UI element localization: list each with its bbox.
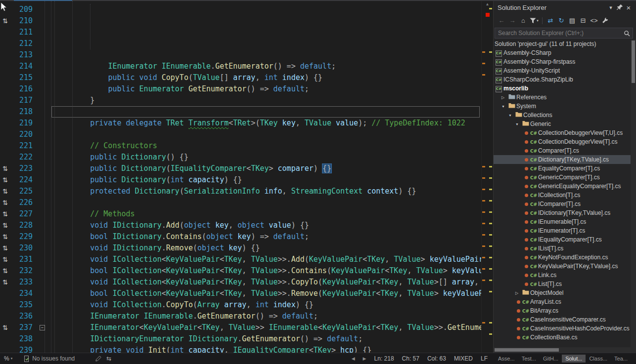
column-indicator[interactable]: Col: 63 <box>427 355 446 362</box>
tool-window-tab-solut[interactable]: Solut... <box>562 355 586 363</box>
issues-indicator[interactable]: No issues found <box>24 355 75 362</box>
search-input[interactable] <box>495 28 633 39</box>
code-line-233[interactable]: IDictionaryEnumerator IDictionary.GetEnu… <box>54 333 481 345</box>
tree-horizontal-scrollbar[interactable] <box>494 347 636 353</box>
tool-window-tab-class[interactable]: Class... <box>586 355 611 363</box>
tree-item-assembly-csharp[interactable]: C#Assembly-CSharp <box>494 48 631 57</box>
tree-item-collectiondebuggerview-t-u-cs[interactable]: C#CollectionDebuggerView[T,U].cs <box>494 128 631 137</box>
code-line-209[interactable]: IEnumerator IEnumerable.GetEnumerator() … <box>54 61 481 72</box>
sync-with-active-document-icon[interactable]: ⇄ <box>545 16 555 26</box>
tree-item-link-cs[interactable]: C#Link.cs <box>494 271 631 280</box>
code-line-217[interactable]: public Dictionary() {} <box>54 152 481 163</box>
tree-item-solution-project-gui-11-of-11-projects[interactable]: Solution 'project-gui' (11 of 11 project… <box>494 40 631 48</box>
code-line-229[interactable]: bool ICollection<KeyValuePair<TKey, TVal… <box>54 288 481 299</box>
code-line-213[interactable] <box>54 106 481 118</box>
tree-item-comparer-t-cs[interactable]: C#Comparer[T].cs <box>494 146 631 155</box>
code-line-210[interactable]: public void CopyTo(TValue[] array, int i… <box>54 72 481 83</box>
properties-icon[interactable] <box>600 16 610 26</box>
code-area[interactable]: IEnumerator IEnumerable.GetEnumerator() … <box>52 1 481 353</box>
tool-window-tab-test[interactable]: Test... <box>518 355 540 363</box>
code-line-225[interactable]: void IDictionary.Remove(object key) {} <box>54 243 481 254</box>
forward-icon[interactable]: → <box>507 16 517 26</box>
override-indicator-icon[interactable]: ⇅ <box>2 208 8 220</box>
code-line-221[interactable] <box>54 197 481 208</box>
chevron-expanded-icon[interactable]: ▼ <box>508 114 515 117</box>
collapse-all-icon[interactable]: ⊟ <box>578 16 588 26</box>
line-number[interactable]: 222 <box>13 152 33 163</box>
line-number[interactable]: 239 <box>13 345 33 353</box>
code-editor[interactable]: ⇅⇅⇅⇅⇅⇅⇅⇅⇅⇅⇅⇅⇅ 20921021121221321421521621… <box>0 1 493 353</box>
tool-window-tab-gith[interactable]: GitH... <box>540 355 562 363</box>
line-number[interactable]: 231 <box>13 254 33 265</box>
tree-item-icomparer-t-cs[interactable]: C#IComparer[T].cs <box>494 200 631 208</box>
line-number[interactable]: 226 <box>13 197 33 208</box>
line-number[interactable]: 216 <box>13 83 33 95</box>
line-number[interactable]: 234 <box>13 288 33 299</box>
tree-item-collectiondebuggerview-t-cs[interactable]: C#CollectionDebuggerView[T].cs <box>494 137 631 146</box>
tool-window-tab-tea[interactable]: Tea... <box>611 355 631 363</box>
tree-item-genericequalitycomparer-t-cs[interactable]: C#GenericEqualityComparer[T].cs <box>494 182 631 191</box>
line-indicator[interactable]: Ln: 218 <box>374 355 394 362</box>
preview-code-icon[interactable]: <> <box>589 16 599 26</box>
line-number[interactable]: 233 <box>13 277 33 288</box>
tool-window-tab-asse[interactable]: Asse... <box>495 355 518 363</box>
tree-item-objectmodel[interactable]: ▷ObjectModel <box>494 288 631 297</box>
tree-item-list-t-cs[interactable]: C#List[T].cs <box>494 280 631 288</box>
line-number[interactable]: 220 <box>13 129 33 140</box>
tree-item-ienumerable-t-cs[interactable]: C#IEnumerable[T].cs <box>494 217 631 226</box>
scrollbar-thumb[interactable] <box>495 348 559 352</box>
tree-item-icollection-t-cs[interactable]: C#ICollection[T].cs <box>494 191 631 200</box>
override-indicator-icon[interactable]: ⇅ <box>2 197 8 208</box>
override-indicator-icon[interactable]: ⇅ <box>2 265 8 277</box>
code-line-223[interactable]: void IDictionary.Add(object key, object … <box>54 220 481 231</box>
line-number[interactable]: 221 <box>13 140 33 152</box>
tree-item-system[interactable]: ▼System <box>494 102 631 111</box>
tree-item-assembly-csharp-firstpass[interactable]: C#Assembly-CSharp-firstpass <box>494 57 631 66</box>
zoom-control[interactable]: % ▾ <box>4 355 12 362</box>
override-indicator-icon[interactable]: ⇅ <box>2 186 8 197</box>
tree-item-caseinsensitivehashcodeprovider-cs[interactable]: C#CaseInsensitiveHashCodeProvider.cs <box>494 324 631 333</box>
tree-item-dictionary-tkey-tvalue-cs[interactable]: C#Dictionary[TKey,TValue].cs <box>494 155 631 164</box>
line-number[interactable]: 227 <box>13 208 33 220</box>
tree-item-references[interactable]: ▷References <box>494 93 631 102</box>
tree-vertical-scrollbar[interactable] <box>631 40 636 347</box>
chevron-collapsed-icon[interactable]: ▷ <box>515 291 522 295</box>
line-number[interactable]: 230 <box>13 243 33 254</box>
scrollbar-up-icon[interactable]: ▲ <box>482 2 493 6</box>
line-number[interactable]: 232 <box>13 265 33 277</box>
tree-item-collectionbase-cs[interactable]: C#CollectionBase.cs <box>494 333 631 342</box>
line-number[interactable]: 215 <box>13 72 33 83</box>
code-line-218[interactable]: public Dictionary(IEqualityComparer<TKey… <box>54 163 481 174</box>
code-line-215[interactable] <box>54 129 481 140</box>
code-line-220[interactable]: protected Dictionary(SerializationInfo i… <box>54 186 481 197</box>
code-line-231[interactable]: IEnumerator IEnumerable.GetEnumerator() … <box>54 311 481 322</box>
code-line-214[interactable]: private delegate TRet Transform<TRet>(TK… <box>54 118 481 129</box>
code-line-216[interactable]: // Constructors <box>54 140 481 152</box>
refresh-icon[interactable]: ↻ <box>556 16 566 26</box>
line-number-margin[interactable]: 2092102112122132142152162172182192202212… <box>13 1 36 353</box>
code-line-219[interactable]: public Dictionary(int capacity) {} <box>54 174 481 186</box>
tree-item-genericcomparer-t-cs[interactable]: C#GenericComparer[T].cs <box>494 173 631 182</box>
line-number[interactable]: 214 <box>13 61 33 72</box>
tree-item-equalitycomparer-t-cs[interactable]: C#EqualityComparer[T].cs <box>494 164 631 173</box>
code-line-222[interactable]: // Methods <box>54 208 481 220</box>
collapse-region-button[interactable]: − <box>40 325 45 330</box>
line-number[interactable]: 217 <box>13 95 33 106</box>
scrollbar-thumb[interactable] <box>632 40 635 83</box>
line-ending-indicator[interactable]: LF <box>481 355 488 362</box>
code-line-228[interactable]: void ICollection<KeyValuePair<TKey, TVal… <box>54 277 481 288</box>
code-line-211[interactable]: public Enumerator GetEnumerator() => def… <box>54 83 481 95</box>
search-icon[interactable] <box>624 30 630 39</box>
scroll-left-icon[interactable]: ◀ <box>352 356 355 361</box>
tree-item-ienumerator-t-cs[interactable]: C#IEnumerator[T].cs <box>494 226 631 235</box>
code-line-234[interactable]: private void Init(int capacity, IEqualit… <box>54 345 481 353</box>
line-number[interactable]: 213 <box>13 49 33 61</box>
tree-item-idictionary-tkey-tvalue-cs[interactable]: C#IDictionary[TKey,TValue].cs <box>494 208 631 217</box>
line-number[interactable]: 235 <box>13 299 33 311</box>
pencil-icon[interactable] <box>95 356 101 362</box>
tree-item-iequalitycomparer-t-cs[interactable]: C#IEqualityComparer[T].cs <box>494 235 631 244</box>
code-line-224[interactable]: bool IDictionary.Contains(object key) =>… <box>54 231 481 243</box>
solution-tree[interactable]: Solution 'project-gui' (11 of 11 project… <box>494 40 636 347</box>
line-number[interactable]: 224 <box>13 174 33 186</box>
tree-item-bitarray-cs[interactable]: C#BitArray.cs <box>494 306 631 315</box>
